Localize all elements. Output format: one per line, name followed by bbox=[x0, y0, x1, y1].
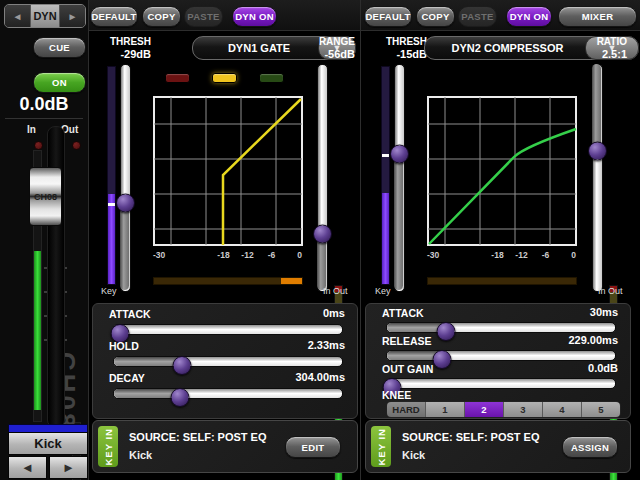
left-arrow-icon: ◄ bbox=[21, 460, 34, 475]
gate-panel: THRESH-29dB DYN1 GATE ▼ RANGE-56dB Key bbox=[89, 30, 360, 480]
knee-4-button[interactable]: 4 bbox=[543, 402, 582, 417]
comp-type-label: DYN2 COMPRESSOR bbox=[452, 42, 564, 54]
comp-curve-graph bbox=[427, 96, 577, 246]
gate-keyin-channel: Kick bbox=[129, 449, 152, 461]
channel-next-button[interactable]: ► bbox=[49, 456, 88, 479]
comp-key-label: Key bbox=[375, 286, 391, 296]
cue-button[interactable]: CUE bbox=[33, 37, 86, 58]
comp-outgain-slider[interactable] bbox=[386, 374, 616, 391]
gate-attack-value: 0ms bbox=[323, 307, 345, 319]
comp-inout-label: In Out bbox=[598, 286, 623, 296]
comp-keyin-tag: KEY IN bbox=[371, 426, 391, 467]
gate-red-led bbox=[165, 73, 190, 83]
comp-keyin-box: KEY IN SOURCE: SELF: POST EQ Kick ASSIGN bbox=[365, 420, 631, 473]
channel-strip: ◄ DYN ► CUE ON 0.0dB In Out CH08 CH08 Ki… bbox=[0, 0, 88, 480]
gate-copy-button[interactable]: COPY bbox=[142, 6, 181, 27]
gate-gr-zone bbox=[281, 278, 302, 284]
gate-decay-slider[interactable] bbox=[113, 384, 343, 401]
gate-key-meter bbox=[107, 66, 116, 285]
gate-green-led bbox=[259, 73, 284, 83]
comp-keyin-channel: Kick bbox=[402, 449, 425, 461]
comp-attack-value: 30ms bbox=[590, 306, 618, 318]
knee-3-button[interactable]: 3 bbox=[504, 402, 543, 417]
gate-default-button[interactable]: DEFAULT bbox=[90, 6, 138, 27]
comp-ratio-readout: RATIO2.5:1 bbox=[573, 36, 627, 60]
gate-keyin-tag: KEY IN bbox=[98, 426, 118, 467]
comp-attack-knob[interactable] bbox=[436, 322, 455, 341]
fader-cap[interactable]: CH08 bbox=[29, 167, 62, 226]
gate-decay-knob[interactable] bbox=[170, 388, 189, 407]
comp-thresh-knob[interactable] bbox=[390, 145, 409, 164]
gate-hold-knob[interactable] bbox=[173, 356, 192, 375]
page-selector-label[interactable]: DYN bbox=[30, 5, 60, 27]
page-next-icon[interactable]: ► bbox=[60, 5, 85, 27]
comp-panel: THRESH-15dB DYN2 COMPRESSOR ▼ RATIO2.5:1… bbox=[361, 30, 640, 480]
gate-range-knob[interactable] bbox=[313, 224, 332, 243]
right-arrow-icon: ► bbox=[62, 460, 75, 475]
comp-release-slider[interactable] bbox=[386, 346, 616, 363]
fader-cap-label: CH08 bbox=[30, 191, 61, 201]
comp-release-knob[interactable] bbox=[433, 350, 452, 369]
knee-2-button[interactable]: 2 bbox=[465, 402, 504, 417]
comp-dyn-on-button[interactable]: DYN ON bbox=[506, 6, 552, 27]
gate-key-thresh-mark bbox=[108, 203, 115, 206]
gate-meter-scale: -30-18 -12-6 0 bbox=[153, 250, 303, 260]
comp-knee-label: KNEE bbox=[382, 389, 411, 401]
gate-type-label: DYN1 GATE bbox=[228, 42, 290, 54]
comp-thresh-slider[interactable] bbox=[394, 64, 403, 290]
knee-hard-button[interactable]: HARD bbox=[387, 402, 426, 417]
gate-attack-label: ATTACK bbox=[109, 308, 151, 320]
channel-prev-button[interactable]: ◄ bbox=[8, 456, 47, 479]
page-selector: ◄ DYN ► bbox=[4, 4, 86, 28]
gate-range-readout: RANGE-56dB bbox=[297, 36, 355, 60]
gate-inout-label: In Out bbox=[323, 286, 348, 296]
on-button[interactable]: ON bbox=[33, 72, 86, 93]
comp-ratio-slider[interactable] bbox=[592, 64, 601, 290]
gate-attack-slider[interactable] bbox=[113, 320, 343, 337]
meter-in-label: In bbox=[27, 124, 36, 135]
page-prev-icon[interactable]: ◄ bbox=[5, 5, 30, 27]
mixer-button[interactable]: MIXER bbox=[558, 6, 637, 27]
comp-default-button[interactable]: DEFAULT bbox=[364, 6, 412, 27]
gate-curve-graph bbox=[153, 96, 303, 246]
knee-5-button[interactable]: 5 bbox=[582, 402, 620, 417]
gate-keyin-source: SOURCE: SELF: POST EQ bbox=[129, 431, 267, 443]
dynamics-screen: DEFAULT COPY PASTE DYN ON DEFAULT COPY P… bbox=[0, 0, 640, 480]
gate-decay-value: 304.00ms bbox=[295, 371, 345, 383]
gate-gr-meter bbox=[153, 277, 303, 285]
divider bbox=[5, 118, 83, 119]
comp-knee-selector: HARD 1 2 3 4 5 bbox=[386, 401, 621, 418]
channel-name-button[interactable]: Kick bbox=[8, 432, 88, 455]
gate-thresh-knob[interactable] bbox=[116, 193, 135, 212]
comp-ratio-knob[interactable] bbox=[588, 142, 607, 161]
gate-hold-slider[interactable] bbox=[113, 352, 343, 369]
knee-1-button[interactable]: 1 bbox=[426, 402, 465, 417]
gate-paste-button[interactable]: PASTE bbox=[184, 6, 223, 27]
comp-keyin-assign-button[interactable]: ASSIGN bbox=[562, 436, 618, 458]
gate-dyn-on-button[interactable]: DYN ON bbox=[232, 6, 277, 27]
comp-thresh-readout: THRESH-15dB bbox=[369, 36, 427, 60]
gate-thresh-slider[interactable] bbox=[120, 64, 129, 290]
comp-outgain-value: 0.0dB bbox=[588, 362, 618, 374]
comp-meter-scale: -30-18 -12-6 0 bbox=[427, 250, 577, 260]
comp-attack-slider[interactable] bbox=[386, 318, 616, 335]
comp-copy-button[interactable]: COPY bbox=[416, 6, 455, 27]
gate-hold-value: 2.33ms bbox=[308, 339, 345, 351]
comp-release-value: 229.00ms bbox=[568, 334, 618, 346]
out-clip-led bbox=[72, 141, 81, 150]
gate-decay-label: DECAY bbox=[109, 372, 145, 384]
comp-paste-button[interactable]: PASTE bbox=[458, 6, 497, 27]
gate-key-label: Key bbox=[101, 286, 117, 296]
comp-params-box: ATTACK 30ms RELEASE 229.00ms OUT GAIN 0.… bbox=[365, 303, 631, 419]
gate-keyin-edit-button[interactable]: EDIT bbox=[285, 436, 341, 458]
in-clip-led bbox=[34, 141, 43, 150]
gate-keyin-box: KEY IN SOURCE: SELF: POST EQ Kick EDIT bbox=[92, 420, 358, 473]
comp-key-thresh-mark bbox=[382, 154, 389, 157]
gate-params-box: ATTACK 0ms HOLD 2.33ms DECAY 304.00ms bbox=[92, 303, 358, 419]
gate-yellow-led bbox=[212, 73, 237, 83]
fader-gain-value: 0.0dB bbox=[0, 94, 88, 115]
gate-range-slider[interactable] bbox=[317, 64, 326, 290]
comp-gr-meter bbox=[427, 277, 577, 285]
comp-keyin-source: SOURCE: SELF: POST EQ bbox=[402, 431, 540, 443]
gate-thresh-readout: THRESH-29dB bbox=[93, 36, 151, 60]
